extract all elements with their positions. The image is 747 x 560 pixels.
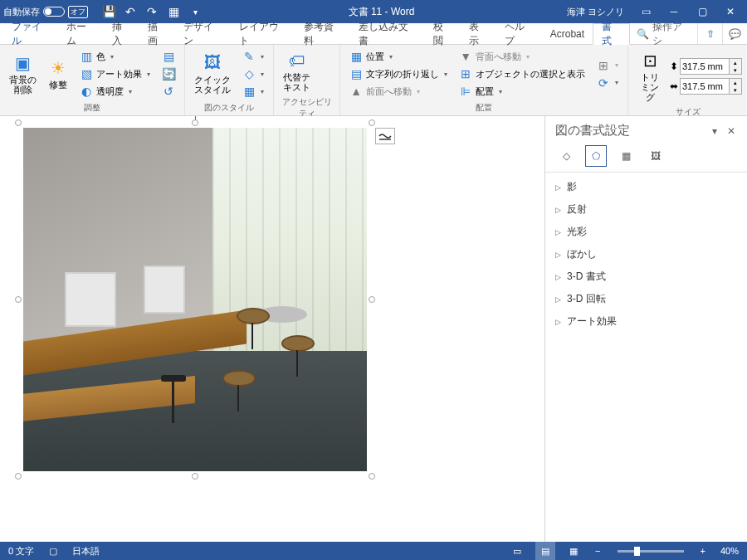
minimize-button[interactable]: ─ bbox=[661, 2, 687, 22]
artistic-effects-button[interactable]: ▧アート効果▾ bbox=[76, 66, 154, 82]
share-button[interactable]: ⇧ bbox=[697, 23, 722, 44]
picture-category-icon[interactable]: 🖼 bbox=[645, 145, 666, 167]
quick-styles-button[interactable]: 🖼 クイック スタイル bbox=[190, 51, 235, 97]
tab-insert[interactable]: 挿入 bbox=[104, 23, 139, 44]
crop-button[interactable]: ⊡ トリミング bbox=[633, 48, 666, 105]
effects-icon: ◇ bbox=[242, 67, 256, 80]
tab-view[interactable]: 表示 bbox=[461, 23, 496, 44]
pane-item-artistic[interactable]: ▷アート効果 bbox=[552, 310, 740, 333]
reset-picture-button[interactable]: ↺ bbox=[158, 83, 179, 100]
autosave-state: オフ bbox=[68, 6, 88, 18]
redo-icon[interactable]: ↷ bbox=[144, 4, 159, 19]
selection-pane-button[interactable]: ⊞オブジェクトの選択と表示 bbox=[455, 66, 589, 82]
pane-item-reflection[interactable]: ▷反射 bbox=[552, 198, 740, 221]
width-input[interactable]: ▴▾ bbox=[680, 78, 742, 95]
save-icon[interactable]: 💾 bbox=[101, 4, 116, 19]
position-button[interactable]: ▦位置▾ bbox=[345, 48, 452, 65]
width-up[interactable]: ▴ bbox=[730, 79, 741, 86]
handle-sw[interactable] bbox=[15, 473, 22, 480]
width-down[interactable]: ▾ bbox=[730, 86, 741, 94]
send-back-icon: ▼ bbox=[459, 50, 472, 63]
align-button[interactable]: ⊫配置▾ bbox=[455, 83, 589, 100]
handle-ne[interactable] bbox=[369, 119, 375, 126]
language-status[interactable]: 日本語 bbox=[69, 545, 103, 558]
pane-item-3d-rotation[interactable]: ▷3-D 回転 bbox=[552, 288, 740, 310]
zoom-slider[interactable] bbox=[618, 550, 684, 553]
handle-s[interactable] bbox=[192, 473, 198, 480]
handle-e[interactable] bbox=[369, 296, 375, 303]
word-count[interactable]: 0 文字 bbox=[5, 545, 37, 558]
effects-category-icon[interactable]: ⬠ bbox=[585, 145, 607, 167]
height-up[interactable]: ▴ bbox=[730, 59, 741, 66]
layout-properties-icon[interactable]: ▦ bbox=[615, 145, 637, 167]
alt-text-button[interactable]: 🏷 代替テ キスト bbox=[279, 48, 315, 95]
height-down[interactable]: ▾ bbox=[730, 66, 741, 74]
tab-draw[interactable]: 描画 bbox=[139, 23, 175, 44]
table-icon[interactable]: ▦ bbox=[166, 4, 181, 19]
print-layout-icon[interactable]: ▤ bbox=[535, 542, 555, 560]
picture-effects-button[interactable]: ◇▾ bbox=[238, 66, 268, 82]
fill-line-icon[interactable]: ◇ bbox=[555, 145, 577, 167]
comments-button[interactable]: 💬 bbox=[722, 23, 747, 44]
tab-home[interactable]: ホーム bbox=[58, 23, 104, 44]
web-layout-icon[interactable]: ▦ bbox=[564, 542, 583, 560]
close-button[interactable]: ✕ bbox=[717, 2, 744, 22]
tab-acrobat[interactable]: Acrobat bbox=[542, 23, 593, 44]
undo-icon[interactable]: ↶ bbox=[123, 4, 138, 19]
picture-layout-button[interactable]: ▦▾ bbox=[238, 83, 268, 100]
pane-menu-button[interactable]: ▾ bbox=[709, 125, 720, 137]
selected-image[interactable] bbox=[23, 128, 367, 471]
handle-nw[interactable] bbox=[15, 119, 22, 126]
format-picture-pane: 図の書式設定 ▾ ✕ ◇ ⬠ ▦ 🖼 ▷影 ▷反射 ▷光彩 ▷ぼかし ▷3-D … bbox=[544, 116, 747, 542]
rotate-button[interactable]: ⟳▾ bbox=[593, 75, 622, 91]
pane-item-shadow[interactable]: ▷影 bbox=[552, 176, 740, 198]
tab-help[interactable]: ヘルプ bbox=[496, 23, 542, 44]
pane-item-3d-format[interactable]: ▷3-D 書式 bbox=[552, 265, 740, 288]
color-button[interactable]: ▥色▾ bbox=[76, 48, 154, 65]
document-canvas[interactable] bbox=[0, 116, 544, 542]
zoom-in-button[interactable]: + bbox=[697, 546, 709, 556]
layout-options-button[interactable] bbox=[375, 128, 395, 144]
send-backward-button: ▼背面へ移動▾ bbox=[455, 48, 589, 65]
picture-border-button[interactable]: ✎▾ bbox=[238, 48, 268, 65]
handle-se[interactable] bbox=[369, 473, 375, 480]
tab-references[interactable]: 参考資料 bbox=[295, 23, 350, 44]
tab-file[interactable]: ファイル bbox=[3, 23, 58, 44]
compress-button[interactable]: ▤ bbox=[158, 48, 179, 65]
user-name[interactable]: 海津 ヨシノリ bbox=[560, 6, 631, 18]
spell-check-icon[interactable]: ▢ bbox=[46, 546, 61, 557]
tab-mailings[interactable]: 差し込み文書 bbox=[350, 23, 425, 44]
tab-review[interactable]: 校閲 bbox=[425, 23, 461, 44]
autosave-toggle[interactable]: 自動保存 オフ bbox=[3, 6, 88, 18]
reset-icon: ↺ bbox=[162, 85, 175, 98]
group-adjust: ▣ 背景の 削除 ☀ 修整 ▥色▾ ▧アート効果▾ ◐透明度▾ ▤ 🔄 ↺ 調整 bbox=[0, 45, 185, 115]
remove-background-button[interactable]: ▣ 背景の 削除 bbox=[5, 51, 41, 97]
ribbon: ▣ 背景の 削除 ☀ 修整 ▥色▾ ▧アート効果▾ ◐透明度▾ ▤ 🔄 ↺ 調整 bbox=[0, 45, 747, 116]
read-mode-icon[interactable]: ▭ bbox=[507, 542, 527, 560]
layout-icon: ▦ bbox=[242, 85, 256, 98]
change-picture-icon: 🔄 bbox=[162, 67, 175, 80]
pane-item-soft-edges[interactable]: ▷ぼかし bbox=[552, 243, 740, 265]
tab-layout[interactable]: レイアウト bbox=[231, 23, 295, 44]
zoom-out-button[interactable]: − bbox=[592, 546, 603, 556]
wrap-text-button[interactable]: ▤文字列の折り返し▾ bbox=[345, 66, 452, 82]
zoom-level[interactable]: 40% bbox=[717, 546, 742, 556]
tell-me[interactable]: 🔍 操作アシ bbox=[630, 23, 697, 44]
tab-format[interactable]: 書式 bbox=[593, 23, 630, 45]
tab-design[interactable]: デザイン bbox=[175, 23, 230, 44]
corrections-icon: ☀ bbox=[48, 58, 68, 78]
pane-item-glow[interactable]: ▷光彩 bbox=[552, 221, 740, 243]
corrections-button[interactable]: ☀ 修整 bbox=[44, 56, 72, 92]
autosave-label: 自動保存 bbox=[3, 6, 40, 18]
ribbon-display-icon[interactable]: ▭ bbox=[632, 2, 659, 22]
qat-more-icon[interactable]: ▾ bbox=[188, 4, 203, 19]
handle-n[interactable] bbox=[192, 119, 198, 126]
maximize-button[interactable]: ▢ bbox=[689, 2, 715, 22]
pane-close-button[interactable]: ✕ bbox=[724, 125, 739, 137]
height-input[interactable]: ▴▾ bbox=[680, 58, 742, 75]
selection-handles[interactable] bbox=[18, 123, 372, 476]
handle-w[interactable] bbox=[15, 296, 22, 303]
transparency-button[interactable]: ◐透明度▾ bbox=[76, 83, 154, 100]
work-area: 図の書式設定 ▾ ✕ ◇ ⬠ ▦ 🖼 ▷影 ▷反射 ▷光彩 ▷ぼかし ▷3-D … bbox=[0, 116, 747, 542]
change-picture-button[interactable]: 🔄 bbox=[158, 66, 179, 82]
